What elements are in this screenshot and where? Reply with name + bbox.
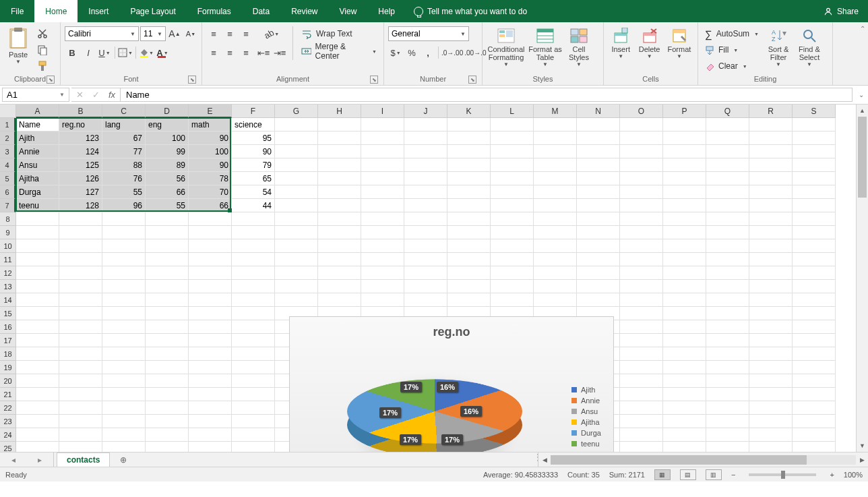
cell[interactable] bbox=[663, 266, 706, 280]
cell[interactable] bbox=[404, 199, 447, 212]
cell[interactable] bbox=[447, 239, 491, 253]
cell[interactable] bbox=[16, 374, 59, 388]
cell[interactable] bbox=[59, 415, 102, 428]
cell[interactable] bbox=[102, 212, 146, 226]
cell[interactable] bbox=[102, 293, 146, 307]
row-header-4[interactable]: 4 bbox=[0, 158, 16, 172]
font-launcher[interactable]: ⬊ bbox=[188, 76, 196, 84]
cell[interactable] bbox=[275, 172, 318, 185]
cell[interactable] bbox=[706, 253, 749, 266]
cell[interactable]: science bbox=[232, 118, 275, 131]
cell[interactable] bbox=[491, 280, 534, 293]
align-bottom-button[interactable]: ≡ bbox=[239, 26, 253, 41]
cell[interactable] bbox=[102, 428, 146, 442]
cell[interactable] bbox=[663, 145, 706, 158]
cell[interactable] bbox=[491, 118, 534, 131]
cell[interactable] bbox=[749, 199, 793, 212]
find-select-button[interactable]: Find & Select▼ bbox=[795, 26, 824, 74]
col-header-M[interactable]: M bbox=[534, 105, 577, 118]
cell[interactable]: Name bbox=[16, 118, 59, 131]
cell[interactable] bbox=[534, 172, 577, 185]
cell[interactable] bbox=[491, 145, 534, 158]
cell[interactable] bbox=[577, 293, 620, 307]
cell[interactable] bbox=[491, 212, 534, 226]
cell[interactable] bbox=[620, 239, 663, 253]
cell[interactable] bbox=[706, 280, 749, 293]
cell[interactable]: teenu bbox=[16, 199, 59, 212]
col-header-G[interactable]: G bbox=[275, 105, 318, 118]
cell[interactable]: math bbox=[189, 118, 232, 131]
cell[interactable] bbox=[706, 374, 749, 388]
cell[interactable] bbox=[16, 401, 59, 415]
cell[interactable] bbox=[275, 280, 318, 293]
cell[interactable] bbox=[793, 320, 836, 334]
cell[interactable] bbox=[749, 185, 793, 199]
cell[interactable] bbox=[534, 199, 577, 212]
cell[interactable] bbox=[232, 334, 275, 347]
cell[interactable] bbox=[447, 293, 491, 307]
cell[interactable]: 54 bbox=[232, 185, 275, 199]
cell[interactable] bbox=[577, 199, 620, 212]
enter-formula-button[interactable]: ✓ bbox=[88, 90, 104, 100]
fill-color-button[interactable]: ▼ bbox=[139, 45, 154, 60]
cell[interactable] bbox=[620, 347, 663, 361]
cell[interactable] bbox=[491, 253, 534, 266]
cell[interactable] bbox=[706, 172, 749, 185]
cell[interactable] bbox=[232, 280, 275, 293]
align-center-button[interactable]: ≡ bbox=[222, 45, 237, 60]
cell[interactable] bbox=[663, 361, 706, 374]
cell[interactable]: Ajith bbox=[16, 131, 59, 145]
cell[interactable] bbox=[620, 361, 663, 374]
cell[interactable] bbox=[404, 226, 447, 239]
cell[interactable] bbox=[620, 334, 663, 347]
cell[interactable] bbox=[404, 266, 447, 280]
tab-file[interactable]: File bbox=[0, 0, 34, 22]
cell[interactable] bbox=[361, 145, 404, 158]
cell[interactable] bbox=[663, 253, 706, 266]
cell[interactable]: 76 bbox=[102, 172, 146, 185]
cell[interactable] bbox=[749, 347, 793, 361]
cell[interactable] bbox=[404, 131, 447, 145]
cell[interactable] bbox=[361, 118, 404, 131]
cell[interactable] bbox=[749, 401, 793, 415]
cell[interactable] bbox=[491, 158, 534, 172]
cell[interactable] bbox=[189, 266, 232, 280]
cell[interactable] bbox=[361, 185, 404, 199]
cell[interactable] bbox=[59, 320, 102, 334]
cell[interactable] bbox=[706, 226, 749, 239]
cell[interactable] bbox=[189, 415, 232, 428]
cell[interactable] bbox=[16, 361, 59, 374]
tab-page-layout[interactable]: Page Layout bbox=[119, 0, 186, 22]
align-right-button[interactable]: ≡ bbox=[239, 45, 253, 60]
row-header-5[interactable]: 5 bbox=[0, 172, 16, 185]
cell[interactable] bbox=[706, 131, 749, 145]
cell[interactable]: 55 bbox=[146, 199, 189, 212]
cell[interactable] bbox=[620, 307, 663, 320]
cell[interactable] bbox=[59, 293, 102, 307]
cell[interactable] bbox=[534, 145, 577, 158]
cell[interactable] bbox=[318, 158, 361, 172]
decrease-decimal-button[interactable]: .00→.0 bbox=[464, 45, 486, 60]
comma-button[interactable]: , bbox=[421, 45, 435, 60]
col-header-L[interactable]: L bbox=[491, 105, 534, 118]
cell[interactable] bbox=[663, 388, 706, 401]
cell[interactable] bbox=[102, 320, 146, 334]
zoom-level[interactable]: 100% bbox=[844, 471, 863, 479]
cell[interactable] bbox=[318, 199, 361, 212]
row-header-3[interactable]: 3 bbox=[0, 145, 16, 158]
cell[interactable] bbox=[749, 145, 793, 158]
row-header-8[interactable]: 8 bbox=[0, 212, 16, 226]
cell[interactable] bbox=[146, 401, 189, 415]
cell[interactable]: 128 bbox=[59, 199, 102, 212]
alignment-launcher[interactable]: ⬊ bbox=[370, 76, 378, 84]
cell[interactable] bbox=[59, 388, 102, 401]
col-header-R[interactable]: R bbox=[749, 105, 793, 118]
cell[interactable]: 95 bbox=[232, 131, 275, 145]
format-painter-button[interactable] bbox=[35, 59, 50, 74]
cell[interactable] bbox=[620, 266, 663, 280]
cell[interactable] bbox=[102, 239, 146, 253]
cell[interactable] bbox=[706, 293, 749, 307]
cell[interactable]: 125 bbox=[59, 158, 102, 172]
zoom-slider[interactable] bbox=[749, 473, 816, 476]
fx-button[interactable]: fx bbox=[104, 90, 120, 100]
